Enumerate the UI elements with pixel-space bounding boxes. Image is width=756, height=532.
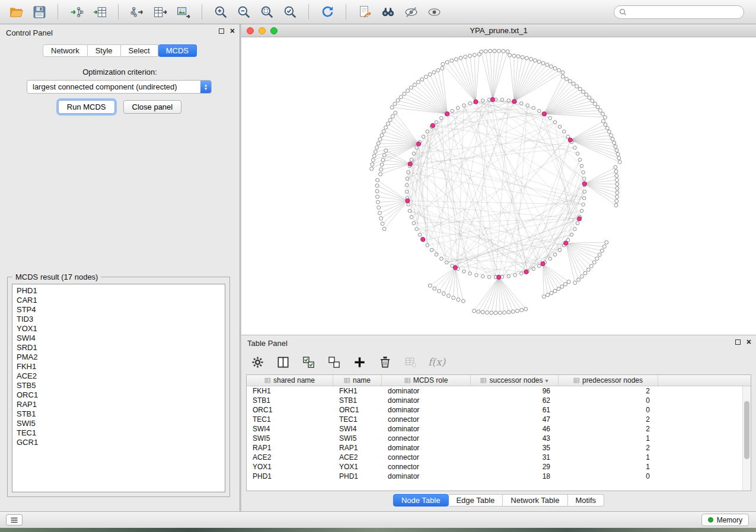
table-body: FKH1FKH1dominator962STB1STB1dominator620…	[247, 386, 751, 481]
close-table-panel-icon[interactable]: ×	[747, 339, 751, 345]
cell: 61	[471, 405, 559, 415]
search-input[interactable]	[630, 8, 739, 17]
table-row[interactable]: YOX1YOX1connector291	[247, 462, 751, 472]
mcds-result-item[interactable]: STB1	[12, 409, 225, 419]
mcds-result-item[interactable]: STP4	[12, 305, 225, 315]
mcds-result-item[interactable]: TEC1	[12, 428, 225, 438]
columns-icon[interactable]	[275, 354, 291, 370]
toolbar-separator	[202, 4, 202, 20]
filter-eye-icon[interactable]	[402, 3, 420, 21]
mcds-result-item[interactable]: RAP1	[12, 400, 225, 409]
share-document-icon[interactable]	[356, 3, 374, 21]
add-icon[interactable]	[352, 354, 367, 370]
delete-icon[interactable]	[377, 354, 393, 370]
cell: FKH1	[333, 386, 382, 396]
export-image-icon[interactable]	[174, 3, 192, 21]
search-box[interactable]	[614, 5, 744, 19]
tab-mcds[interactable]: MCDS	[158, 44, 197, 57]
mcds-result-item[interactable]: PMA2	[12, 352, 225, 362]
cell: 43	[471, 434, 559, 443]
run-mcds-button[interactable]: Run MCDS	[58, 100, 115, 114]
optimization-select[interactable]: largest connected component (undirected)…	[27, 80, 212, 94]
table-row[interactable]: ACE2ACE2connector311	[247, 453, 751, 462]
mcds-result-item[interactable]: GCR1	[12, 438, 225, 447]
close-window-traffic-light[interactable]	[247, 27, 254, 34]
mcds-result-item[interactable]: YOX1	[12, 324, 225, 334]
memory-button[interactable]: Memory	[701, 514, 749, 526]
desktop: Control Panel × NetworkStyleSelectMCDS O…	[0, 0, 756, 532]
mcds-result-item[interactable]: TID3	[12, 315, 225, 324]
cell: 46	[471, 424, 559, 434]
mcds-result-item[interactable]: SWI5	[12, 419, 225, 428]
mcds-result-item[interactable]: SWI4	[12, 334, 225, 343]
tab-edge-table[interactable]: Edge Table	[448, 494, 503, 507]
network-graph[interactable]	[241, 37, 756, 335]
tab-motifs[interactable]: Motifs	[567, 494, 604, 507]
zoom-fit-icon[interactable]	[258, 3, 276, 21]
export-table-icon[interactable]	[151, 3, 169, 21]
tab-select[interactable]: Select	[121, 44, 158, 57]
float-table-panel-icon[interactable]	[735, 339, 741, 345]
cell: connector	[382, 462, 471, 472]
scrollbar-thumb[interactable]	[744, 401, 749, 460]
table-row[interactable]: STB1STB1dominator620	[247, 396, 751, 405]
save-session-icon[interactable]	[30, 3, 48, 21]
mcds-result-item[interactable]: SRD1	[12, 343, 225, 352]
network-window-titlebar[interactable]: YPA_prune.txt_1	[241, 24, 756, 37]
import-table-icon[interactable]	[91, 3, 109, 21]
column-header-MCDS-role[interactable]: MCDS role	[382, 375, 471, 386]
mcds-result-item[interactable]: STB5	[12, 381, 225, 390]
zoom-out-icon[interactable]	[235, 3, 253, 21]
tab-network-table[interactable]: Network Table	[503, 494, 567, 507]
tab-node-table[interactable]: Node Table	[393, 494, 449, 507]
minimize-window-traffic-light[interactable]	[259, 27, 266, 34]
column-header-predecessor-nodes[interactable]: predecessor nodes	[559, 375, 658, 386]
gear-icon[interactable]	[250, 354, 265, 370]
export-network-icon[interactable]	[128, 3, 146, 21]
import-network-icon[interactable]	[68, 3, 85, 21]
refresh-icon[interactable]	[318, 3, 336, 21]
column-header-successor-nodes[interactable]: successor nodes▾	[471, 375, 559, 386]
mcds-result-title: MCDS result (17 nodes)	[12, 273, 101, 281]
table-row[interactable]: SWI5SWI5connector431	[247, 434, 751, 443]
table-row[interactable]: SWI4SWI4dominator462	[247, 424, 751, 434]
mcds-result-item[interactable]: CAR1	[12, 296, 225, 305]
mcds-result-list[interactable]: PHD1CAR1STP4TID3YOX1SWI4SRD1PMA2FKH1ACE2…	[12, 284, 225, 492]
table-row[interactable]: TEC1TEC1connector472	[247, 415, 751, 424]
float-panel-icon[interactable]	[219, 28, 224, 34]
mcds-result-item[interactable]: ORC1	[12, 390, 225, 400]
table-row[interactable]: PHD1PHD1dominator180	[247, 472, 751, 481]
view-eye-icon[interactable]	[425, 3, 443, 21]
destroy-table-icon[interactable]	[403, 354, 418, 370]
column-header-shared-name[interactable]: shared name	[247, 375, 333, 386]
maximize-window-traffic-light[interactable]	[270, 27, 277, 34]
mcds-result-item[interactable]: FKH1	[12, 362, 225, 371]
cell: dominator	[382, 386, 471, 396]
table-row[interactable]: ORC1ORC1dominator610	[247, 405, 751, 415]
search-binoculars-icon[interactable]	[379, 3, 397, 21]
column-header-name[interactable]: name	[333, 375, 382, 386]
table-scrollbar[interactable]	[742, 386, 751, 491]
tab-style[interactable]: Style	[88, 44, 121, 57]
cell: ORC1	[333, 405, 382, 415]
mcds-result-item[interactable]: ACE2	[12, 371, 225, 381]
close-panel-icon[interactable]: ×	[230, 28, 235, 34]
cell: connector	[382, 453, 471, 462]
open-file-icon[interactable]	[7, 3, 25, 21]
function-builder-fx[interactable]: f(x)	[428, 354, 445, 370]
zoom-selected-icon[interactable]	[281, 3, 299, 21]
zoom-in-icon[interactable]	[212, 3, 229, 21]
select-all-icon[interactable]	[301, 354, 316, 370]
cell: 0	[559, 405, 658, 415]
cell: 2	[559, 443, 658, 453]
clear-selection-icon[interactable]	[326, 354, 342, 370]
main-toolbar-icons	[7, 3, 443, 21]
mcds-result-item[interactable]: PHD1	[12, 286, 225, 296]
toolbar-separator	[58, 4, 58, 20]
tab-network[interactable]: Network	[43, 44, 88, 57]
close-panel-button[interactable]: Close panel	[123, 100, 182, 114]
table-row[interactable]: RAP1RAP1dominator352	[247, 443, 751, 453]
task-history-button[interactable]	[6, 514, 23, 525]
table-row[interactable]: FKH1FKH1dominator962	[247, 386, 751, 396]
cell: dominator	[382, 405, 471, 415]
